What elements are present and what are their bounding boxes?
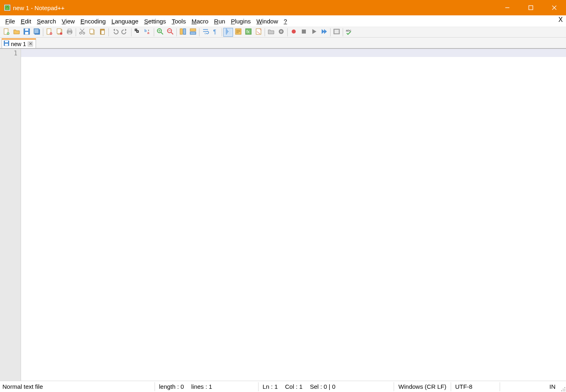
svg-point-16 bbox=[60, 32, 62, 35]
find-button[interactable] bbox=[133, 28, 142, 37]
status-length: length : 0 bbox=[159, 383, 184, 390]
show-all-chars-button[interactable]: ¶ bbox=[211, 28, 220, 37]
zoom-in-button[interactable] bbox=[155, 28, 165, 37]
mdi-close-button[interactable]: X bbox=[558, 16, 563, 23]
svg-rect-55 bbox=[5, 44, 8, 46]
tab-close-icon[interactable]: ✕ bbox=[28, 41, 33, 47]
record-button[interactable] bbox=[289, 28, 299, 37]
save-button[interactable] bbox=[22, 28, 32, 37]
toolbar-separator bbox=[43, 28, 43, 36]
titlebar: new 1 - Notepad++ bbox=[0, 0, 566, 15]
svg-rect-11 bbox=[34, 29, 39, 34]
paste-button[interactable] bbox=[98, 28, 107, 37]
function-list-icon: fx bbox=[245, 28, 252, 36]
word-wrap-icon bbox=[202, 28, 209, 36]
resize-grip[interactable] bbox=[560, 386, 565, 391]
menu-plugins[interactable]: Plugins bbox=[228, 17, 254, 25]
zoom-out-button[interactable] bbox=[165, 28, 175, 37]
undo-button[interactable] bbox=[110, 28, 120, 37]
menubar: FileEditSearchViewEncodingLanguageSettin… bbox=[0, 15, 566, 27]
menu-search[interactable]: Search bbox=[34, 17, 59, 25]
menu-?[interactable]: ? bbox=[281, 17, 290, 25]
menu-macro[interactable]: Macro bbox=[189, 17, 211, 25]
menu-settings[interactable]: Settings bbox=[141, 17, 169, 25]
zoom-out-icon bbox=[167, 28, 174, 36]
close-all-icon bbox=[56, 28, 63, 36]
window-controls bbox=[496, 0, 566, 15]
svg-rect-29 bbox=[136, 30, 136, 30]
menu-encoding[interactable]: Encoding bbox=[78, 17, 109, 25]
sync-v-button[interactable] bbox=[178, 28, 188, 37]
lang-tool-button[interactable] bbox=[233, 28, 243, 37]
cut-button[interactable] bbox=[77, 28, 87, 37]
status-ln: Ln : 1 bbox=[263, 383, 278, 390]
line-number-gutter: 1 bbox=[0, 49, 21, 381]
svg-rect-8 bbox=[25, 29, 28, 31]
save-all-button[interactable] bbox=[32, 28, 42, 37]
indent-guide-button[interactable] bbox=[223, 28, 233, 37]
word-wrap-button[interactable] bbox=[201, 28, 210, 37]
save-icon bbox=[4, 40, 9, 47]
svg-rect-50 bbox=[335, 31, 339, 32]
text-editor[interactable] bbox=[21, 49, 566, 381]
close-button[interactable] bbox=[45, 28, 54, 37]
sync-v-icon bbox=[179, 28, 187, 36]
maximize-button[interactable] bbox=[519, 0, 543, 15]
minimize-button[interactable] bbox=[496, 0, 519, 15]
menu-tools[interactable]: Tools bbox=[169, 17, 189, 25]
redo-button[interactable] bbox=[120, 28, 130, 37]
new-file-icon bbox=[3, 28, 10, 36]
toolbar-separator bbox=[343, 28, 343, 36]
svg-rect-2 bbox=[529, 6, 533, 10]
stop-button[interactable] bbox=[299, 28, 309, 37]
svg-point-20 bbox=[80, 32, 82, 34]
print-button[interactable] bbox=[65, 28, 74, 37]
window-title: new 1 - Notepad++ bbox=[13, 4, 65, 11]
close-button[interactable] bbox=[543, 0, 566, 15]
close-all-button[interactable] bbox=[55, 28, 64, 37]
copy-button[interactable] bbox=[87, 28, 97, 37]
svg-text:b: b bbox=[144, 29, 147, 33]
monitor-button[interactable] bbox=[276, 28, 286, 37]
monitor-icon bbox=[278, 28, 285, 36]
tabbar: new 1 ✕ bbox=[0, 38, 566, 48]
settings-icon bbox=[333, 28, 340, 36]
toolbar-separator bbox=[222, 28, 222, 36]
toolbar-separator bbox=[131, 28, 131, 36]
new-file-button[interactable] bbox=[2, 28, 11, 37]
menu-language[interactable]: Language bbox=[108, 17, 141, 25]
zoom-in-icon bbox=[157, 28, 164, 36]
spellcheck-button[interactable]: abc bbox=[344, 28, 354, 37]
toolbar-separator bbox=[154, 28, 154, 36]
save-all-icon bbox=[33, 28, 40, 36]
menu-view[interactable]: View bbox=[59, 17, 78, 25]
svg-rect-37 bbox=[190, 32, 196, 34]
sync-h-button[interactable] bbox=[188, 28, 198, 37]
status-lines: lines : 1 bbox=[191, 383, 212, 390]
toolbar-separator bbox=[176, 28, 177, 36]
open-file-button[interactable] bbox=[12, 28, 21, 37]
current-line-highlight bbox=[21, 49, 566, 57]
play-multi-button[interactable] bbox=[319, 28, 329, 37]
menu-window[interactable]: Window bbox=[254, 17, 281, 25]
spellcheck-icon: abc bbox=[346, 28, 353, 36]
redo-icon bbox=[121, 28, 129, 36]
menu-file[interactable]: File bbox=[2, 17, 18, 25]
menu-run[interactable]: Run bbox=[211, 17, 228, 25]
lang-tool-icon bbox=[235, 28, 242, 36]
doc-map-button[interactable] bbox=[254, 28, 263, 37]
replace-button[interactable]: ba bbox=[143, 28, 153, 37]
settings-button[interactable] bbox=[332, 28, 341, 37]
folder-view-button[interactable] bbox=[266, 28, 276, 37]
menu-edit[interactable]: Edit bbox=[18, 17, 34, 25]
play-button[interactable] bbox=[309, 28, 319, 37]
paste-icon bbox=[99, 28, 106, 36]
folder-view-icon bbox=[267, 28, 275, 36]
svg-rect-54 bbox=[5, 41, 8, 42]
status-filetype: Normal text file bbox=[2, 383, 155, 390]
toolbar-separator bbox=[330, 28, 331, 36]
svg-rect-19 bbox=[68, 32, 71, 34]
tab-new-1[interactable]: new 1 ✕ bbox=[2, 38, 36, 48]
stop-icon bbox=[300, 28, 307, 36]
function-list-button[interactable]: fx bbox=[244, 28, 253, 37]
